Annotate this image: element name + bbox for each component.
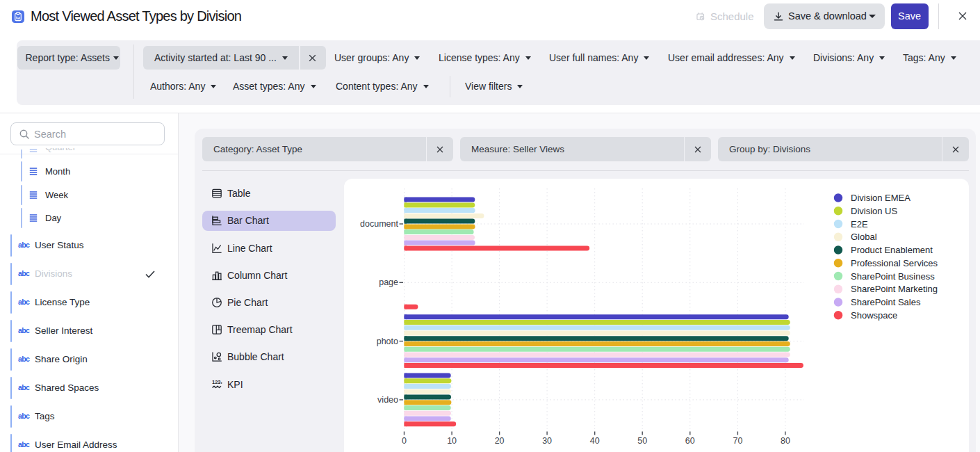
svg-text:page: page [379,277,398,287]
svg-text:40: 40 [590,436,600,446]
svg-text:0: 0 [402,436,407,446]
svg-text:Division EMEA: Division EMEA [851,193,910,203]
svg-text:Professional Services: Professional Services [851,258,938,268]
svg-text:10: 10 [447,436,457,446]
svg-text:Product Enablement: Product Enablement [851,245,933,255]
svg-text:50: 50 [637,436,647,446]
svg-text:E2E: E2E [851,219,868,229]
svg-text:Division US: Division US [851,206,898,216]
svg-text:30: 30 [542,436,552,446]
svg-text:60: 60 [685,436,695,446]
svg-text:SharePoint Business: SharePoint Business [851,271,935,282]
svg-text:20: 20 [495,436,505,446]
svg-text:document: document [360,219,398,229]
svg-text:Showspace: Showspace [851,310,897,321]
svg-text:Global: Global [851,232,877,242]
svg-text:80: 80 [781,436,790,446]
svg-text:SharePoint Marketing: SharePoint Marketing [851,284,938,294]
svg-text:photo: photo [377,337,398,346]
svg-text:SharePoint Sales: SharePoint Sales [851,297,921,307]
svg-text:video: video [377,395,398,405]
svg-text:70: 70 [733,436,742,446]
svg-text:123: 123 [212,379,221,385]
